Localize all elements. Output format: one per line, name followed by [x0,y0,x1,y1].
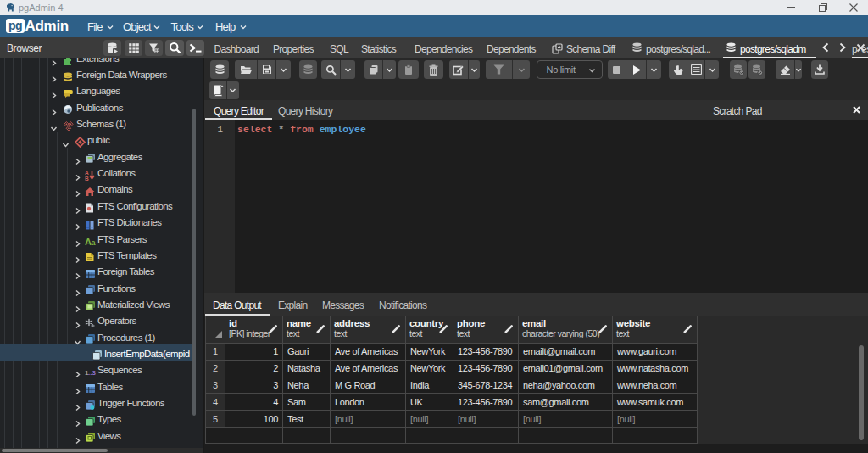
svg-text:B: B [85,175,89,181]
svg-text:..3: ..3 [88,369,96,377]
svg-text:a: a [92,238,97,247]
